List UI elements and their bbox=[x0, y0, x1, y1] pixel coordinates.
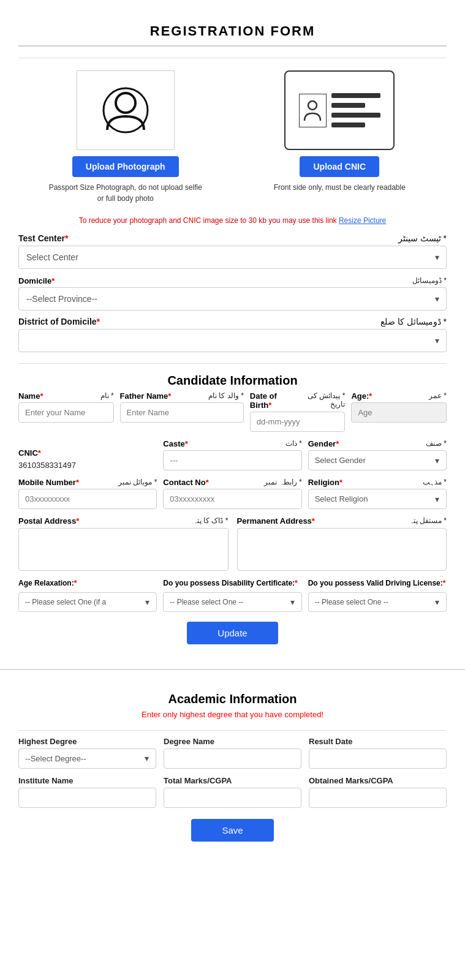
disability-label: Do you possess Disability Certificate:* bbox=[163, 578, 301, 589]
driving-select[interactable]: -- Please select One -- bbox=[308, 592, 447, 612]
age-relaxation-label: Age Relaxation:* bbox=[18, 578, 157, 589]
name-col: Name* * نام bbox=[18, 391, 114, 432]
cnic-value: 3610358331497 bbox=[18, 456, 76, 475]
save-btn-row: Save bbox=[18, 819, 447, 842]
candidate-row-2: CNIC* 3610358331497 Caste* * ذات Gender* bbox=[18, 439, 447, 470]
age-input[interactable] bbox=[351, 402, 447, 423]
cnic-upload-box: Upload CNIC Front side only, must be cle… bbox=[241, 70, 438, 204]
mobile-input[interactable] bbox=[18, 489, 157, 509]
gender-label-urdu: * صنف bbox=[426, 439, 447, 448]
resize-note: To reduce your photograph and CNIC image… bbox=[18, 216, 447, 225]
dob-col: Date of Birth* * پیدائش کی تاریخ bbox=[250, 391, 346, 432]
result-date-col: Result Date bbox=[309, 737, 447, 769]
district-select[interactable] bbox=[18, 329, 447, 352]
caste-label: Caste* bbox=[163, 439, 187, 448]
disability-col: Do you possess Disability Certificate:* … bbox=[163, 578, 301, 612]
total-marks-input[interactable] bbox=[164, 788, 301, 808]
disability-select-wrapper[interactable]: -- Please select One -- bbox=[163, 592, 301, 612]
obtained-marks-input[interactable] bbox=[309, 788, 447, 808]
degree-select[interactable]: --Select Degree-- bbox=[18, 748, 156, 769]
degree-name-input[interactable] bbox=[164, 748, 301, 769]
religion-select[interactable]: Select Religion bbox=[308, 489, 447, 509]
resize-picture-link[interactable]: Resize Picture bbox=[339, 216, 386, 225]
religion-label: Religion* bbox=[308, 478, 342, 487]
academic-section-title: Academic Information bbox=[18, 692, 447, 706]
test-center-label: Test Center* bbox=[18, 233, 68, 243]
svg-point-1 bbox=[104, 88, 148, 132]
result-date-input[interactable] bbox=[309, 748, 447, 769]
cnic-lines bbox=[331, 93, 380, 127]
contact-input[interactable] bbox=[163, 489, 301, 509]
academic-subtitle: Enter only highest degree that you have … bbox=[18, 710, 447, 719]
degree-select-wrapper[interactable]: --Select Degree-- bbox=[18, 748, 156, 769]
svg-point-2 bbox=[308, 101, 317, 110]
dob-input[interactable] bbox=[250, 412, 346, 432]
mobile-label-urdu: * موبائل نمبر bbox=[118, 478, 157, 487]
academic-row-1: Highest Degree --Select Degree-- Degree … bbox=[18, 737, 447, 769]
cnic-preview bbox=[284, 70, 395, 150]
candidate-row-3: Mobile Number* * موبائل نمبر Contact No*… bbox=[18, 478, 447, 509]
disability-select[interactable]: -- Please select One -- bbox=[163, 592, 301, 612]
photo-desc: Passport Size Photograph, do not upload … bbox=[49, 182, 202, 204]
age-col: Age:* * عمر bbox=[351, 391, 447, 432]
domicile-select[interactable]: --Select Province-- bbox=[18, 287, 447, 311]
cnic-photo-icon bbox=[299, 94, 327, 127]
district-label-row: District of Domicile* * ڈومیسائل کا ضلع bbox=[18, 317, 447, 326]
institute-col: Institute Name bbox=[18, 776, 156, 808]
update-button[interactable]: Update bbox=[187, 622, 278, 644]
contact-col: Contact No* * رابطہ نمبر bbox=[163, 478, 301, 509]
age-relaxation-select[interactable]: -- Please select One (if a bbox=[18, 592, 157, 612]
test-center-label-row: Test Center* * ٹیسٹ سینٹر bbox=[18, 233, 447, 243]
institute-input[interactable] bbox=[18, 788, 156, 808]
upload-photo-button[interactable]: Upload Photograph bbox=[72, 156, 179, 177]
save-button[interactable]: Save bbox=[191, 819, 273, 842]
cnic-desc: Front side only, must be clearly readabl… bbox=[274, 182, 406, 193]
gender-select[interactable]: Select Gender bbox=[308, 450, 447, 470]
father-input[interactable] bbox=[120, 402, 244, 423]
test-center-select-wrapper[interactable]: Select Center bbox=[18, 246, 447, 269]
postal-textarea[interactable] bbox=[18, 528, 229, 571]
name-label-urdu: * نام bbox=[100, 391, 114, 401]
age-relaxation-col: Age Relaxation:* -- Please select One (i… bbox=[18, 578, 157, 612]
driving-label: Do you possess Valid Driving License:* bbox=[308, 578, 447, 589]
father-label: Father Name* bbox=[120, 391, 172, 401]
permanent-textarea[interactable] bbox=[237, 528, 447, 571]
svg-point-0 bbox=[116, 93, 135, 113]
age-relaxation-select-wrapper[interactable]: -- Please select One (if a bbox=[18, 592, 157, 612]
degree-name-col: Degree Name bbox=[164, 737, 301, 769]
father-label-urdu: * والد کا نام bbox=[208, 391, 244, 401]
domicile-select-wrapper[interactable]: --Select Province-- bbox=[18, 287, 447, 311]
test-center-select[interactable]: Select Center bbox=[18, 246, 447, 269]
upload-cnic-button[interactable]: Upload CNIC bbox=[300, 156, 379, 177]
driving-select-wrapper[interactable]: -- Please select One -- bbox=[308, 592, 447, 612]
dob-label-urdu: * پیدائش کی تاریخ bbox=[296, 391, 345, 410]
upload-section: Upload Photograph Passport Size Photogra… bbox=[18, 70, 447, 204]
contact-label-urdu: * رابطہ نمبر bbox=[264, 478, 301, 487]
caste-col: Caste* * ذات bbox=[163, 439, 301, 470]
total-marks-col: Total Marks/CGPA bbox=[164, 776, 301, 808]
contact-label: Contact No* bbox=[163, 478, 208, 487]
age-label-urdu: * عمر bbox=[429, 391, 447, 401]
page-title: REGISTRATION FORM bbox=[18, 12, 447, 47]
postal-label: Postal Address* bbox=[18, 516, 79, 526]
photo-upload-box: Upload Photograph Passport Size Photogra… bbox=[27, 70, 224, 204]
cnic-line-1 bbox=[331, 93, 380, 98]
religion-col: Religion* * مذہب Select Religion bbox=[308, 478, 447, 509]
caste-label-urdu: * ذات bbox=[285, 439, 302, 448]
cnic-line-3 bbox=[331, 113, 380, 118]
father-col: Father Name* * والد کا نام bbox=[120, 391, 244, 432]
academic-row-2: Institute Name Total Marks/CGPA Obtained… bbox=[18, 776, 447, 808]
caste-input[interactable] bbox=[163, 450, 301, 470]
postal-label-urdu: * ڈاک کا پتہ bbox=[193, 516, 229, 526]
name-input[interactable] bbox=[18, 402, 114, 423]
dob-label: Date of Birth* bbox=[250, 391, 296, 410]
academic-section: Academic Information Enter only highest … bbox=[0, 669, 465, 860]
gender-select-wrapper[interactable]: Select Gender bbox=[308, 450, 447, 470]
district-select-wrapper[interactable] bbox=[18, 329, 447, 352]
domicile-label-urdu: * ڈومیسائل bbox=[412, 276, 447, 285]
postal-col: Postal Address* * ڈاک کا پتہ bbox=[18, 516, 229, 571]
bottom-row: Age Relaxation:* -- Please select One (i… bbox=[18, 578, 447, 612]
age-label: Age:* bbox=[351, 391, 372, 401]
degree-col: Highest Degree --Select Degree-- bbox=[18, 737, 156, 769]
religion-select-wrapper[interactable]: Select Religion bbox=[308, 489, 447, 509]
